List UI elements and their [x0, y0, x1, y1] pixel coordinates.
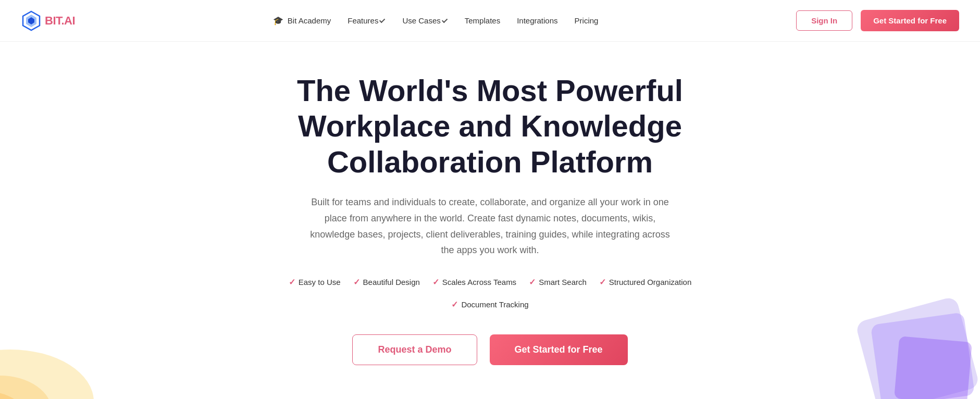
- nav-item-use-cases[interactable]: Use Cases: [402, 16, 448, 25]
- nav-actions: Sign In Get Started for Free: [796, 10, 959, 31]
- check-icon: ✓: [451, 300, 458, 309]
- logo-icon: [21, 10, 42, 31]
- hero-subtitle: Built for teams and individuals to creat…: [308, 194, 673, 258]
- hero-get-started-button[interactable]: Get Started for Free: [490, 334, 628, 365]
- feature-badge-organization: ✓ Structured Organization: [599, 277, 691, 287]
- academy-icon: 🎓: [273, 16, 283, 26]
- check-icon: ✓: [529, 277, 536, 287]
- check-icon: ✓: [353, 277, 360, 287]
- check-icon: ✓: [432, 277, 439, 287]
- nav-links: 🎓 Bit Academy Features Use Cases Templat…: [273, 16, 599, 26]
- feature-badges: ✓ Easy to Use ✓ Beautiful Design ✓ Scale…: [256, 277, 725, 309]
- logo-text: BIT.AI: [45, 14, 75, 28]
- navbar: BIT.AI 🎓 Bit Academy Features Use Cases …: [0, 0, 980, 42]
- nav-item-integrations[interactable]: Integrations: [517, 16, 557, 25]
- blob-left: [0, 308, 115, 399]
- feature-label: Easy to Use: [299, 278, 341, 286]
- hero-section: The World's Most Powerful Workplace and …: [0, 42, 980, 399]
- hero-content: The World's Most Powerful Workplace and …: [256, 73, 725, 365]
- svg-rect-8: [894, 336, 972, 399]
- get-started-nav-button[interactable]: Get Started for Free: [861, 10, 959, 31]
- signin-button[interactable]: Sign In: [796, 10, 852, 31]
- feature-badge-easy: ✓ Easy to Use: [289, 277, 341, 287]
- check-icon: ✓: [289, 277, 295, 287]
- chevron-down-icon: [379, 17, 385, 22]
- nav-item-templates[interactable]: Templates: [465, 16, 500, 25]
- feature-badge-scales: ✓ Scales Across Teams: [432, 277, 516, 287]
- request-demo-button[interactable]: Request a Demo: [352, 334, 477, 365]
- blob-right: [824, 277, 980, 399]
- feature-label: Structured Organization: [609, 278, 691, 286]
- logo[interactable]: BIT.AI: [21, 10, 75, 31]
- feature-label: Beautiful Design: [363, 278, 420, 286]
- cta-buttons: Request a Demo Get Started for Free: [256, 334, 725, 365]
- feature-label: Document Tracking: [461, 300, 528, 309]
- feature-badge-tracking: ✓ Document Tracking: [451, 300, 528, 309]
- nav-item-features[interactable]: Features: [348, 16, 386, 25]
- feature-badge-search: ✓ Smart Search: [529, 277, 587, 287]
- nav-item-pricing[interactable]: Pricing: [575, 16, 599, 25]
- feature-badge-design: ✓ Beautiful Design: [353, 277, 420, 287]
- nav-item-academy[interactable]: 🎓 Bit Academy: [273, 16, 331, 26]
- chevron-down-icon: [442, 17, 448, 22]
- check-icon: ✓: [599, 277, 606, 287]
- hero-title: The World's Most Powerful Workplace and …: [256, 73, 725, 180]
- feature-label: Scales Across Teams: [442, 278, 516, 286]
- feature-label: Smart Search: [539, 278, 587, 286]
